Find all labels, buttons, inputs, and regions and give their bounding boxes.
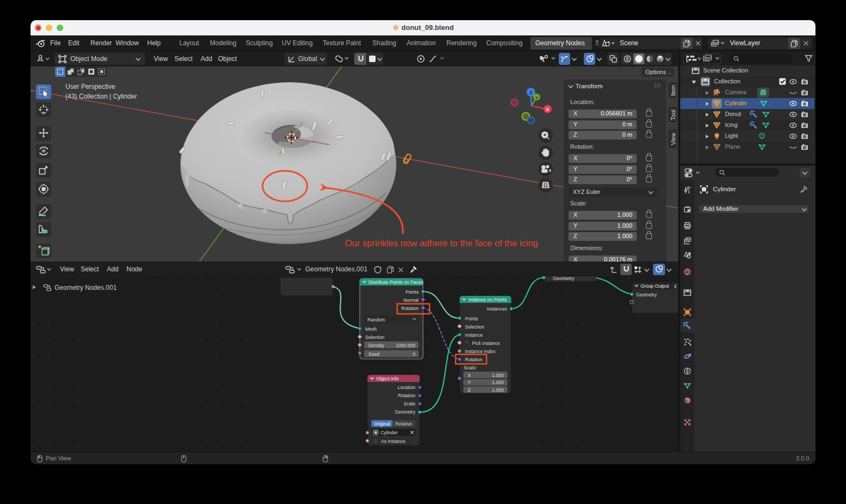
svg-text:1.000: 1.000	[492, 380, 504, 385]
svg-text:Selection: Selection	[465, 324, 485, 330]
svg-text:Instance: Instance	[465, 332, 483, 338]
svg-text:0: 0	[413, 351, 415, 357]
svg-text:Relative: Relative	[395, 421, 412, 427]
svg-text:Original: Original	[374, 421, 390, 427]
svg-text:Instances: Instances	[487, 306, 507, 312]
svg-text:Seed: Seed	[368, 351, 379, 357]
svg-text:Mesh: Mesh	[365, 326, 377, 332]
svg-text:Selection: Selection	[365, 335, 385, 340]
svg-text:X: X	[468, 373, 471, 378]
svg-text:Points: Points	[465, 316, 478, 321]
svg-text:Normal: Normal	[403, 297, 419, 303]
svg-text:Random: Random	[367, 317, 385, 323]
svg-text:Scale:: Scale:	[464, 365, 477, 371]
svg-text:Rotation: Rotation	[398, 393, 415, 398]
svg-text:1.000: 1.000	[492, 373, 504, 378]
svg-text:1.000: 1.000	[492, 387, 504, 393]
svg-text:Y: Y	[468, 380, 471, 385]
svg-text:Scale: Scale	[404, 401, 416, 406]
svg-text:X: X	[546, 107, 549, 112]
svg-text:Density: Density	[368, 343, 384, 348]
svg-text:Geometry: Geometry	[636, 292, 657, 297]
svg-text:Z: Z	[468, 387, 470, 393]
svg-text:Object Info: Object Info	[376, 376, 399, 381]
svg-text:Points: Points	[406, 289, 419, 295]
svg-text:Z: Z	[529, 90, 533, 95]
svg-text:Y: Y	[535, 95, 539, 100]
svg-text:Distribute Points on Faces: Distribute Points on Faces	[368, 280, 423, 285]
svg-text:As Instance: As Instance	[381, 439, 406, 444]
svg-text:Geometry: Geometry	[395, 409, 415, 415]
svg-text:Instance Index: Instance Index	[465, 349, 496, 354]
svg-text:Cylinder: Cylinder	[380, 430, 398, 435]
svg-text:Location: Location	[398, 385, 416, 390]
svg-text:1000.000: 1000.000	[396, 343, 415, 348]
svg-text:Rotation: Rotation	[401, 306, 419, 311]
svg-text:Instance on Points: Instance on Points	[468, 297, 507, 302]
svg-text:Our sprinkles now adhere to th: Our sprinkles now adhere to the face of …	[345, 238, 538, 248]
svg-text:Rotation: Rotation	[465, 357, 482, 362]
svg-text:Geometry: Geometry	[553, 276, 575, 281]
svg-text:Group Output: Group Output	[640, 283, 669, 289]
svg-text:Pick Instance: Pick Instance	[472, 341, 500, 346]
